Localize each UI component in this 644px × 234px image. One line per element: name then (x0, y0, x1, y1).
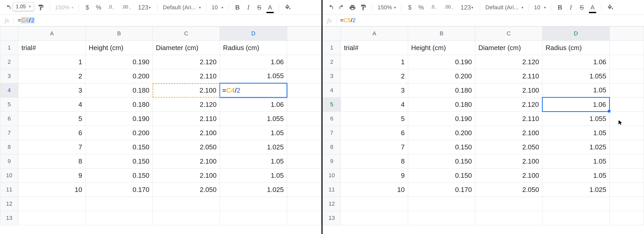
cell-A4[interactable]: 3 (341, 83, 408, 98)
cell-A10[interactable]: 9 (341, 168, 408, 183)
spreadsheet-grid[interactable]: A B C D 1 trial# Height (cm) Diameter (c… (0, 26, 321, 234)
cell-B8[interactable]: 0.150 (86, 140, 153, 154)
cell-D10[interactable]: 1.05 (542, 168, 610, 183)
undo-button[interactable]: 1.05 × (5, 3, 12, 12)
format-currency-button[interactable]: $ (407, 3, 413, 12)
formula-bar[interactable]: fx =C4/2 (0, 14, 321, 26)
cell-C6[interactable]: 2.110 (153, 112, 220, 126)
cell-D5[interactable]: 1.06 (220, 98, 287, 112)
row-header-3[interactable]: 3 (0, 69, 18, 83)
cell-B6[interactable]: 0.190 (408, 112, 475, 126)
cell-D5-selected[interactable]: 1.06 (542, 98, 610, 112)
row-header-7[interactable]: 7 (0, 126, 18, 140)
cell-A5[interactable]: 4 (18, 98, 86, 112)
cell-A3[interactable]: 2 (341, 69, 408, 83)
cell-A2[interactable]: 1 (341, 55, 408, 69)
font-size-select[interactable]: 10▾ (534, 4, 546, 11)
cell-B6[interactable]: 0.190 (86, 112, 153, 126)
bold-button[interactable]: B (234, 3, 241, 12)
cell-D8[interactable]: 1.025 (542, 140, 610, 154)
cell-B10[interactable]: 0.150 (408, 168, 475, 183)
print-button[interactable] (349, 3, 356, 12)
row-header-12[interactable]: 12 (0, 197, 18, 211)
cell-A2[interactable]: 1 (18, 55, 86, 69)
row-header-9[interactable]: 9 (0, 154, 18, 168)
select-all-corner[interactable] (323, 27, 341, 41)
col-header-B[interactable]: B (86, 27, 153, 41)
cell-C1[interactable]: Diameter (cm) (475, 41, 542, 55)
cell-D11[interactable]: 1.025 (542, 183, 610, 197)
row-header-2[interactable]: 2 (323, 55, 341, 69)
cell-A1[interactable]: trial# (18, 41, 86, 55)
cell-A6[interactable]: 5 (341, 112, 408, 126)
font-family-select[interactable]: Default (Ari...▾ (485, 4, 523, 11)
cell-B3[interactable]: 0.200 (408, 69, 475, 83)
cell-D11[interactable]: 1.025 (220, 183, 287, 197)
cell-C4[interactable]: 2.100 (153, 83, 220, 98)
paint-format-button[interactable] (360, 3, 367, 12)
zoom-select[interactable]: 150%▾ (55, 4, 73, 11)
col-header-A[interactable]: A (341, 27, 408, 41)
cell-B3[interactable]: 0.200 (86, 69, 153, 83)
cell-C7[interactable]: 2.100 (475, 126, 542, 140)
strikethrough-button[interactable]: S (256, 3, 263, 12)
row-header-5[interactable]: 5 (323, 98, 341, 112)
bold-button[interactable]: B (556, 3, 564, 12)
row-header-8[interactable]: 8 (0, 140, 18, 154)
row-header-5[interactable]: 5 (0, 98, 18, 112)
cell-B5[interactable]: 0.180 (408, 98, 475, 112)
increase-decimal-button[interactable]: .00→ (443, 3, 455, 12)
cell-A7[interactable]: 6 (341, 126, 408, 140)
row-header-8[interactable]: 8 (323, 140, 341, 154)
cell-C5[interactable]: 2.120 (153, 98, 220, 112)
cell-C2[interactable]: 2.120 (475, 55, 542, 69)
cell-D2[interactable]: 1.06 (220, 55, 287, 69)
cell-C4[interactable]: 2.100 (475, 83, 542, 98)
cell-B2[interactable]: 0.190 (86, 55, 153, 69)
cell-A8[interactable]: 7 (341, 140, 408, 154)
cell-C10[interactable]: 2.100 (153, 168, 220, 183)
cell-D6[interactable]: 1.055 (542, 112, 610, 126)
cell-C1[interactable]: Diameter (cm) (153, 41, 220, 55)
cell-D9[interactable]: 1.05 (542, 154, 610, 168)
col-header-empty[interactable] (287, 27, 321, 41)
cell-A3[interactable]: 2 (18, 69, 86, 83)
cell-B4[interactable]: 0.180 (408, 83, 475, 98)
cell-D4[interactable]: 1.05 (542, 83, 610, 98)
row-header-3[interactable]: 3 (323, 69, 341, 83)
row-header-12[interactable]: 12 (323, 197, 341, 211)
row-header-13[interactable]: 13 (323, 211, 341, 225)
row-header-11[interactable]: 11 (0, 183, 18, 197)
close-icon[interactable]: × (28, 4, 31, 9)
fill-color-button[interactable] (284, 3, 292, 12)
cell-A1[interactable]: trial# (341, 41, 408, 55)
row-header-1[interactable]: 1 (0, 41, 18, 55)
cell-C9[interactable]: 2.100 (153, 154, 220, 168)
row-header-10[interactable]: 10 (0, 168, 18, 183)
row-header-1[interactable]: 1 (323, 41, 341, 55)
zoom-select[interactable]: 150%▾ (378, 4, 396, 11)
cell-D3[interactable]: 1.055 (542, 69, 610, 83)
cell-B10[interactable]: 0.150 (86, 168, 153, 183)
text-color-button[interactable]: A (589, 3, 596, 12)
cell-D1[interactable]: Radius (cm) (220, 41, 287, 55)
cell-A11[interactable]: 10 (341, 183, 408, 197)
decrease-decimal-button[interactable]: .0← (429, 3, 439, 12)
cell-D3[interactable]: 1.055 (220, 69, 287, 83)
cell-A9[interactable]: 8 (341, 154, 408, 168)
row-header-2[interactable]: 2 (0, 55, 18, 69)
spreadsheet-grid[interactable]: A B C D 1 trial# Height (cm) Diameter (c… (323, 26, 644, 234)
text-color-button[interactable]: A (266, 3, 274, 12)
cell-C9[interactable]: 2.100 (475, 154, 542, 168)
cell-D7[interactable]: 1.05 (220, 126, 287, 140)
fill-color-button[interactable] (607, 3, 614, 12)
decrease-decimal-button[interactable]: .0← (106, 3, 117, 12)
cell-A9[interactable]: 8 (18, 154, 86, 168)
formula-input[interactable]: =C4/2 (18, 17, 34, 24)
cell-D1[interactable]: Radius (cm) (542, 41, 610, 55)
cell-C2[interactable]: 2.120 (153, 55, 220, 69)
row-header-13[interactable]: 13 (0, 211, 18, 225)
format-currency-button[interactable]: $ (84, 3, 90, 12)
strikethrough-button[interactable]: S (578, 3, 585, 12)
cell-C5[interactable]: 2.120 (475, 98, 542, 112)
